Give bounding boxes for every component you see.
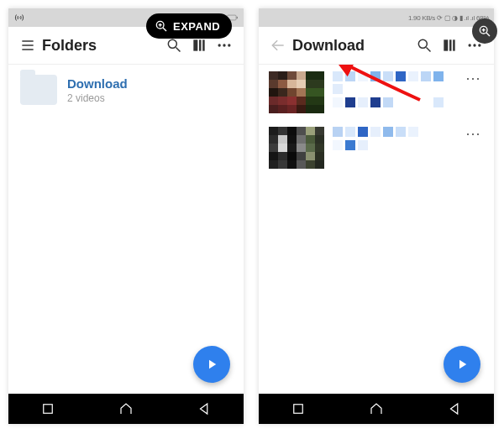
svg-rect-14 bbox=[202, 39, 205, 50]
svg-rect-32 bbox=[293, 405, 302, 414]
svg-point-24 bbox=[418, 39, 427, 48]
screenshot-folders: 0:14 Folders Download 2 videos bbox=[8, 8, 244, 424]
svg-line-1 bbox=[163, 28, 166, 31]
folder-subtitle: 2 videos bbox=[67, 92, 128, 104]
more-horizontal-icon bbox=[216, 37, 233, 54]
view-toggle-button[interactable] bbox=[437, 33, 462, 58]
expand-label: EXPAND bbox=[173, 20, 220, 33]
item-more-button[interactable]: ⋯ bbox=[462, 71, 484, 85]
svg-line-25 bbox=[427, 48, 431, 52]
video-list: ⋯ ⋯ bbox=[259, 65, 494, 395]
play-icon bbox=[454, 357, 470, 372]
play-fab[interactable] bbox=[193, 346, 230, 383]
home-outline-icon bbox=[368, 401, 385, 416]
arrow-left-icon bbox=[270, 37, 286, 54]
menu-button[interactable] bbox=[15, 37, 40, 54]
video-meta bbox=[333, 127, 454, 154]
search-icon bbox=[165, 37, 182, 54]
nav-back-button[interactable] bbox=[187, 399, 221, 419]
nav-home-button[interactable] bbox=[360, 399, 393, 419]
square-icon bbox=[40, 401, 55, 416]
zoom-in-icon bbox=[478, 24, 491, 38]
svg-rect-26 bbox=[444, 39, 448, 50]
svg-point-31 bbox=[478, 44, 480, 46]
page-title: Download bbox=[291, 37, 365, 55]
triangle-left-icon bbox=[447, 401, 462, 416]
play-fab[interactable] bbox=[444, 346, 480, 383]
hamburger-icon bbox=[19, 37, 36, 54]
svg-point-16 bbox=[223, 44, 225, 46]
svg-point-10 bbox=[168, 39, 176, 48]
zoom-button[interactable] bbox=[472, 18, 497, 44]
svg-point-29 bbox=[469, 44, 471, 46]
android-nav-bar bbox=[8, 394, 244, 424]
svg-line-11 bbox=[176, 48, 181, 52]
svg-point-15 bbox=[218, 44, 221, 46]
expand-button[interactable]: EXPAND bbox=[146, 13, 232, 39]
svg-rect-6 bbox=[237, 17, 238, 18]
view-grid-icon bbox=[441, 37, 458, 54]
video-thumbnail bbox=[269, 71, 324, 113]
nav-back-button[interactable] bbox=[438, 399, 471, 419]
svg-rect-28 bbox=[453, 39, 455, 50]
app-bar: Download bbox=[259, 27, 494, 65]
annotation-arrow bbox=[336, 65, 428, 110]
svg-rect-27 bbox=[449, 39, 452, 50]
play-icon bbox=[204, 357, 219, 372]
zoom-in-icon bbox=[155, 19, 168, 33]
back-button[interactable] bbox=[265, 37, 291, 54]
item-more-button[interactable]: ⋯ bbox=[462, 127, 484, 140]
triangle-left-icon bbox=[197, 401, 212, 416]
svg-rect-13 bbox=[199, 39, 202, 50]
android-nav-bar bbox=[259, 394, 494, 424]
svg-point-17 bbox=[228, 44, 230, 46]
svg-line-20 bbox=[486, 33, 490, 36]
broadcast-icon bbox=[13, 13, 25, 23]
search-button[interactable] bbox=[412, 33, 437, 58]
nav-recent-button[interactable] bbox=[281, 399, 315, 419]
nav-home-button[interactable] bbox=[109, 399, 143, 419]
page-title: Folders bbox=[40, 37, 97, 55]
svg-rect-12 bbox=[193, 39, 197, 50]
folder-name: Download bbox=[67, 76, 128, 91]
status-bar: 1.90 KB/s ⟳ ▢ ◑ ▮ .ıl .ıl 68% bbox=[259, 8, 494, 27]
nav-recent-button[interactable] bbox=[31, 399, 65, 419]
video-item[interactable]: ⋯ bbox=[259, 120, 494, 175]
svg-point-4 bbox=[18, 17, 20, 18]
svg-point-30 bbox=[473, 44, 475, 46]
folder-icon bbox=[20, 75, 57, 105]
search-icon bbox=[416, 37, 433, 54]
screenshot-download: 1.90 KB/s ⟳ ▢ ◑ ▮ .ıl .ıl 68% Download bbox=[259, 8, 494, 424]
folders-list: Download 2 videos bbox=[8, 65, 244, 395]
square-icon bbox=[291, 401, 306, 416]
svg-rect-18 bbox=[43, 405, 52, 414]
view-grid-icon bbox=[191, 37, 207, 54]
folder-item-download[interactable]: Download 2 videos bbox=[8, 65, 244, 115]
home-outline-icon bbox=[118, 401, 134, 416]
video-thumbnail bbox=[269, 127, 324, 169]
